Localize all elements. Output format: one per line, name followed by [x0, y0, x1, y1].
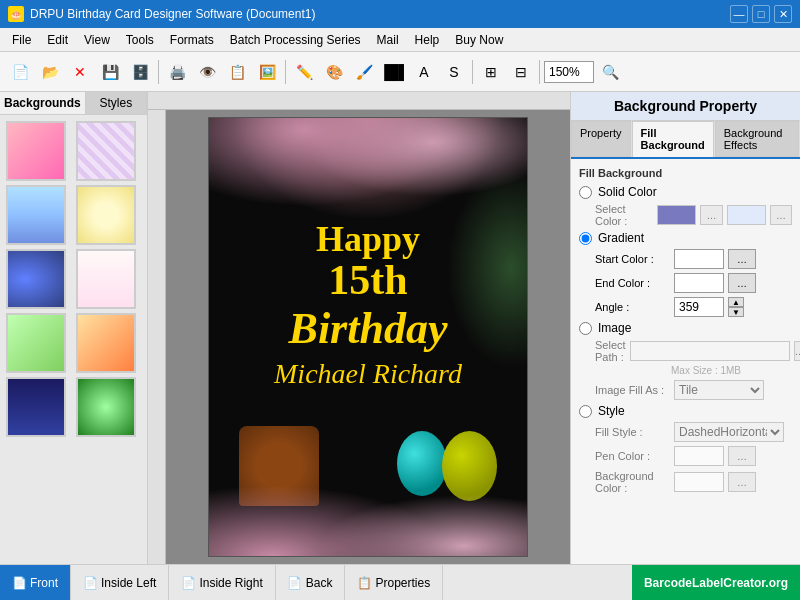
separator-1 — [158, 60, 159, 84]
image-row: Image — [579, 321, 792, 335]
image-fill-as-row: Image Fill As : TileStretchCenter — [579, 380, 792, 400]
tb-barcode[interactable]: ▐█▌ — [380, 58, 408, 86]
menu-edit[interactable]: Edit — [39, 31, 76, 49]
angle-down[interactable]: ▼ — [728, 307, 744, 317]
tb-close[interactable]: ✕ — [66, 58, 94, 86]
bg-color-swatch[interactable] — [674, 472, 724, 492]
minimize-button[interactable]: — — [730, 5, 748, 23]
tb-image[interactable]: 🖼️ — [253, 58, 281, 86]
bg-thumb-8[interactable] — [76, 313, 136, 373]
tb-new[interactable]: 📄 — [6, 58, 34, 86]
right-panel: Background Property Property Fill Backgr… — [570, 92, 800, 564]
inside-right-icon: 📄 — [181, 576, 195, 590]
fill-style-select[interactable]: DashedHorizontalSolidDashedDotted — [674, 422, 784, 442]
bg-thumb-7[interactable] — [6, 313, 66, 373]
tab-inside-right[interactable]: 📄 Inside Right — [169, 565, 275, 600]
bg-thumb-1[interactable] — [6, 121, 66, 181]
radio-image[interactable] — [579, 322, 592, 335]
separator-2 — [285, 60, 286, 84]
gradient-label: Gradient — [598, 231, 644, 245]
bg-thumb-5[interactable] — [6, 249, 66, 309]
tab-styles[interactable]: Styles — [86, 92, 147, 114]
bg-thumb-6[interactable] — [76, 249, 136, 309]
tb-symbol[interactable]: S — [440, 58, 468, 86]
card-canvas[interactable]: Happy 15th Birthday Michael Richard — [208, 117, 528, 557]
tb-save[interactable]: 💾 — [96, 58, 124, 86]
zoom-out-button[interactable]: 🔍 — [596, 58, 624, 86]
path-input[interactable] — [630, 341, 790, 361]
tab-property[interactable]: Property — [571, 121, 631, 157]
angle-row: Angle : ▲ ▼ — [579, 297, 792, 317]
menu-mail[interactable]: Mail — [369, 31, 407, 49]
tb-preview[interactable]: 👁️ — [193, 58, 221, 86]
maximize-button[interactable]: □ — [752, 5, 770, 23]
tab-bg-effects[interactable]: Background Effects — [715, 121, 799, 157]
toolbar: 📄 📂 ✕ 💾 🗄️ 🖨️ 👁️ 📋 🖼️ ✏️ 🎨 🖌️ ▐█▌ A S ⊞ … — [0, 52, 800, 92]
angle-input[interactable] — [674, 297, 724, 317]
radio-gradient[interactable] — [579, 232, 592, 245]
tb-saveas[interactable]: 🗄️ — [126, 58, 154, 86]
menu-file[interactable]: File — [4, 31, 39, 49]
select-path-row: Select Path : … — [579, 339, 792, 363]
brand-bar: BarcodeLabelCreator.org — [632, 565, 800, 600]
select-path-label: Select Path : — [595, 339, 626, 363]
tb-pencil[interactable]: ✏️ — [290, 58, 318, 86]
tab-properties[interactable]: 📋 Properties — [345, 565, 443, 600]
menu-view[interactable]: View — [76, 31, 118, 49]
pen-color-swatch[interactable] — [674, 446, 724, 466]
menu-batch[interactable]: Batch Processing Series — [222, 31, 369, 49]
tb-print[interactable]: 🖨️ — [163, 58, 191, 86]
end-color-swatch[interactable] — [674, 273, 724, 293]
start-color-swatch[interactable] — [674, 249, 724, 269]
card-text-15th: 15th — [209, 256, 527, 304]
ruler-vertical — [148, 110, 166, 564]
fill-style-label: Fill Style : — [595, 426, 670, 438]
panel-title: Background Property — [571, 92, 800, 121]
bg-thumb-10[interactable] — [76, 377, 136, 437]
bg-thumb-3[interactable] — [6, 185, 66, 245]
card-text-name: Michael Richard — [209, 358, 527, 390]
tab-back[interactable]: 📄 Back — [276, 565, 346, 600]
pen-color-browse[interactable]: … — [728, 446, 756, 466]
bg-color-browse[interactable]: … — [728, 472, 756, 492]
image-fill-as-select[interactable]: TileStretchCenter — [674, 380, 764, 400]
tb-table[interactable]: ⊞ — [477, 58, 505, 86]
tab-backgrounds[interactable]: Backgrounds — [0, 92, 86, 114]
menu-buynow[interactable]: Buy Now — [447, 31, 511, 49]
separator-3 — [472, 60, 473, 84]
bg-thumb-9[interactable] — [6, 377, 66, 437]
solid-color-swatch[interactable] — [657, 205, 696, 225]
menu-formats[interactable]: Formats — [162, 31, 222, 49]
image-fill-as-label: Image Fill As : — [595, 384, 670, 396]
bg-color-label: Background Color : — [595, 470, 670, 494]
tb-grid[interactable]: ⊟ — [507, 58, 535, 86]
tb-open[interactable]: 📂 — [36, 58, 64, 86]
tb-text[interactable]: A — [410, 58, 438, 86]
zoom-input[interactable] — [544, 61, 594, 83]
menu-tools[interactable]: Tools — [118, 31, 162, 49]
tb-brush[interactable]: 🖌️ — [350, 58, 378, 86]
tab-fill-background[interactable]: Fill Background — [632, 121, 714, 157]
front-icon: 📄 — [12, 576, 26, 590]
start-color-browse[interactable]: … — [728, 249, 756, 269]
close-button[interactable]: ✕ — [774, 5, 792, 23]
radio-solid-color[interactable] — [579, 186, 592, 199]
solid-color-swatch-2[interactable] — [727, 205, 766, 225]
path-browse[interactable]: … — [794, 341, 800, 361]
bg-thumb-4[interactable] — [76, 185, 136, 245]
radio-style[interactable] — [579, 405, 592, 418]
image-label: Image — [598, 321, 631, 335]
bg-thumb-2[interactable] — [76, 121, 136, 181]
section-fill-bg: Fill Background — [579, 167, 792, 179]
solid-color-browse-2[interactable]: … — [770, 205, 792, 225]
tb-copy[interactable]: 📋 — [223, 58, 251, 86]
tab-inside-left[interactable]: 📄 Inside Left — [71, 565, 169, 600]
tb-paint[interactable]: 🎨 — [320, 58, 348, 86]
tab-front[interactable]: 📄 Front — [0, 565, 71, 600]
solid-color-browse[interactable]: … — [700, 205, 722, 225]
menu-help[interactable]: Help — [407, 31, 448, 49]
end-color-browse[interactable]: … — [728, 273, 756, 293]
select-color-label: Select Color : — [595, 203, 653, 227]
angle-up[interactable]: ▲ — [728, 297, 744, 307]
ruler-horizontal — [148, 92, 570, 110]
